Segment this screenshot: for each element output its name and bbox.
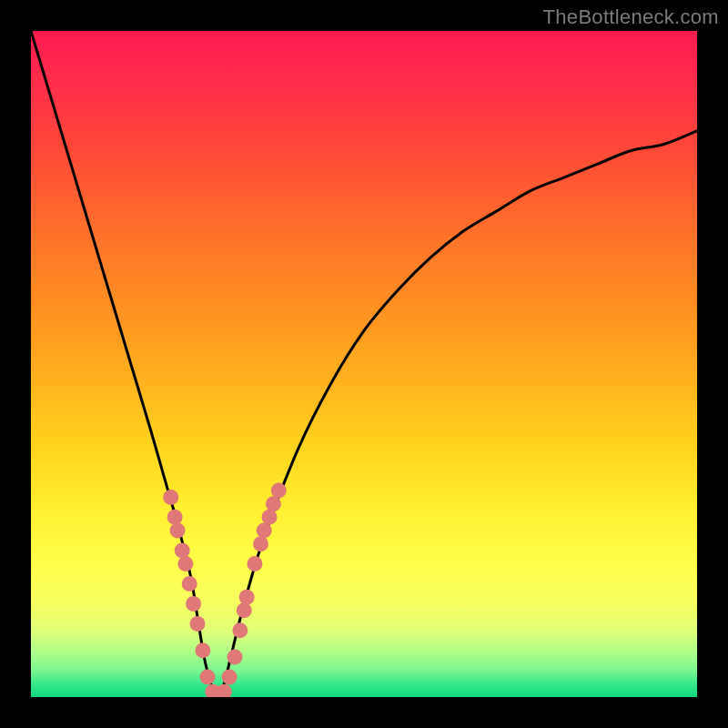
marker-point bbox=[163, 490, 178, 505]
marker-point bbox=[237, 602, 252, 618]
marker-point bbox=[186, 596, 201, 612]
marker-point bbox=[182, 576, 197, 592]
chart-svg bbox=[31, 31, 697, 697]
marker-point bbox=[222, 670, 238, 685]
marker-point bbox=[253, 536, 268, 551]
chart-frame: TheBottleneck.com bbox=[0, 0, 728, 728]
marker-point bbox=[195, 642, 210, 658]
marker-point bbox=[271, 483, 287, 499]
marker-point bbox=[232, 622, 248, 638]
highlight-markers bbox=[163, 483, 287, 697]
marker-point bbox=[175, 542, 190, 558]
marker-point bbox=[239, 590, 255, 605]
chart-plot-area bbox=[31, 31, 697, 697]
bottleneck-curve bbox=[31, 31, 697, 697]
marker-point bbox=[167, 510, 183, 525]
marker-point bbox=[266, 496, 281, 511]
marker-point bbox=[247, 556, 262, 571]
marker-point bbox=[257, 523, 272, 539]
marker-point bbox=[170, 523, 186, 539]
marker-point bbox=[227, 650, 242, 665]
marker-point bbox=[199, 670, 215, 685]
marker-point bbox=[217, 684, 232, 697]
watermark-text: TheBottleneck.com bbox=[543, 5, 719, 29]
marker-point bbox=[190, 616, 206, 632]
marker-point bbox=[262, 510, 278, 525]
marker-point bbox=[177, 556, 193, 571]
